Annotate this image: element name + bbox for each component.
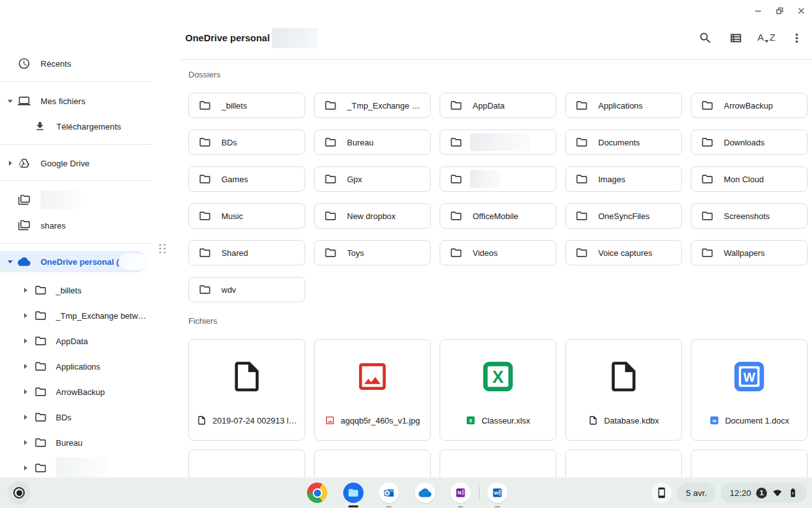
- generic-file-icon: [606, 359, 641, 394]
- phone-hub-button[interactable]: [652, 483, 672, 503]
- folder-name: Games: [221, 175, 248, 184]
- chevron-right-icon[interactable]: [24, 338, 27, 344]
- chevron-down-icon[interactable]: [6, 100, 14, 103]
- clock-icon: [18, 57, 30, 70]
- tree-item[interactable]: Applications: [0, 354, 152, 379]
- file-card-partial[interactable]: [565, 450, 682, 478]
- chevron-right-icon[interactable]: [24, 440, 27, 445]
- redacted-label: [41, 190, 81, 210]
- folder-card[interactable]: Shared: [188, 240, 305, 265]
- folder-card[interactable]: Voice captures: [565, 240, 682, 265]
- tree-item-redacted[interactable]: [0, 455, 152, 478]
- tree-item[interactable]: ArrowBackup: [0, 379, 152, 404]
- chevron-right-icon[interactable]: [24, 465, 27, 471]
- file-card-partial[interactable]: [440, 450, 556, 478]
- date-label: 5 avr.: [686, 488, 707, 498]
- launcher-icon: [13, 487, 25, 498]
- folder-card-redacted[interactable]: [440, 166, 556, 192]
- onedrive-icon[interactable]: [415, 483, 435, 503]
- chevron-right-icon[interactable]: [6, 161, 14, 166]
- folder-card[interactable]: Music: [188, 203, 305, 229]
- folder-icon: [701, 210, 714, 222]
- file-card[interactable]: X xClasseur.xlsx: [440, 339, 556, 441]
- svg-text:O: O: [385, 490, 389, 496]
- word-icon[interactable]: W: [487, 483, 508, 503]
- sidebar-item-google-drive[interactable]: Google Drive: [0, 153, 152, 173]
- folder-card-redacted[interactable]: [440, 130, 556, 155]
- sidebar-item-redacted-share[interactable]: [0, 190, 152, 210]
- running-app-indicator: [495, 506, 500, 507]
- folder-card[interactable]: Toys: [314, 240, 431, 265]
- folder-card[interactable]: Bureau: [314, 130, 431, 155]
- folder-name: Wallpapers: [724, 248, 765, 258]
- folder-icon: [324, 99, 337, 112]
- folder-card[interactable]: Videos: [440, 240, 556, 265]
- folder-card[interactable]: BDs: [188, 130, 305, 155]
- file-card[interactable]: W wDocument 1.docx: [691, 339, 808, 441]
- launcher-button[interactable]: [8, 481, 30, 504]
- folder-card[interactable]: OfficeMobile: [440, 203, 556, 229]
- folder-card[interactable]: Images: [565, 166, 682, 192]
- file-card-partial[interactable]: [314, 450, 431, 478]
- chevron-right-icon[interactable]: [24, 389, 27, 394]
- chevron-down-icon[interactable]: [6, 260, 14, 264]
- folder-card[interactable]: New dropbox: [314, 203, 431, 229]
- list-view-button[interactable]: [723, 25, 749, 51]
- sidebar-item-recents[interactable]: Récents: [0, 53, 152, 74]
- tree-item[interactable]: _Tmp_Exchange betw…: [0, 303, 152, 328]
- folder-card[interactable]: Screenshots: [691, 203, 808, 229]
- tree-item[interactable]: AppData: [0, 328, 152, 354]
- folder-card[interactable]: Applications: [565, 93, 682, 118]
- folder-card[interactable]: wdv: [188, 277, 305, 302]
- folder-card[interactable]: Gpx: [314, 166, 431, 192]
- onenote-icon[interactable]: N: [450, 483, 471, 503]
- sidebar-item-onedrive-personal[interactable]: OneDrive personal (: [0, 251, 147, 272]
- chevron-right-icon[interactable]: [24, 288, 27, 293]
- file-card-partial[interactable]: [188, 450, 305, 478]
- shelf: O N W 5 avr. 12:20 1: [0, 478, 812, 508]
- folder-card[interactable]: Documents: [565, 130, 682, 155]
- file-card-partial[interactable]: [691, 450, 808, 478]
- chrome-icon[interactable]: [307, 483, 327, 503]
- folder-icon: [324, 173, 337, 185]
- folder-card[interactable]: ArrowBackup: [691, 93, 808, 118]
- folder-card[interactable]: Wallpapers: [691, 240, 808, 265]
- sidebar-resize-handle[interactable]: [159, 243, 167, 256]
- file-name: Classeur.xlsx: [481, 416, 530, 425]
- sidebar-item-my-files[interactable]: Mes fichiers: [0, 91, 152, 111]
- chevron-right-icon[interactable]: [24, 415, 27, 420]
- folder-card[interactable]: _Tmp_Exchange bet…: [314, 93, 431, 118]
- minimize-button[interactable]: [752, 5, 764, 17]
- folder-card[interactable]: Games: [188, 166, 305, 192]
- folder-icon: [450, 136, 462, 149]
- folder-card[interactable]: Mon Cloud: [691, 166, 808, 192]
- outlook-icon[interactable]: O: [379, 483, 399, 503]
- folder-card[interactable]: Downloads: [691, 130, 808, 155]
- file-card[interactable]: agqqb5r_460s_v1.jpg: [314, 339, 431, 441]
- window-controls: [752, 5, 807, 17]
- sidebar-item-downloads[interactable]: Téléchargements: [0, 116, 152, 137]
- sidebar-item-shares[interactable]: shares: [0, 215, 152, 236]
- sort-button[interactable]: AZ: [754, 25, 779, 51]
- folder-card[interactable]: _billets: [188, 93, 305, 118]
- search-button[interactable]: [693, 25, 718, 51]
- chevron-right-icon[interactable]: [24, 364, 27, 369]
- folder-icon: [199, 210, 211, 222]
- tree-item[interactable]: _billets: [0, 277, 152, 303]
- more-options-button[interactable]: [784, 25, 809, 51]
- close-button[interactable]: [796, 5, 807, 17]
- status-tray[interactable]: 12:20 1: [721, 483, 807, 503]
- restore-button[interactable]: [774, 5, 785, 17]
- file-card[interactable]: Database.kdbx: [565, 339, 682, 441]
- file-card[interactable]: 2019-07-24 002913 l…: [188, 339, 305, 441]
- cloud-icon: [18, 255, 30, 268]
- folder-card[interactable]: AppData: [440, 93, 556, 118]
- tree-item[interactable]: Bureau: [0, 430, 152, 455]
- date-pill[interactable]: 5 avr.: [677, 483, 716, 503]
- folder-card[interactable]: OneSyncFiles: [565, 203, 682, 229]
- tree-item[interactable]: BDs: [0, 404, 152, 430]
- folder-name: _Tmp_Exchange bet…: [347, 101, 422, 110]
- chevron-right-icon[interactable]: [24, 313, 27, 318]
- search-icon: [698, 31, 712, 45]
- files-app-icon[interactable]: [343, 483, 363, 503]
